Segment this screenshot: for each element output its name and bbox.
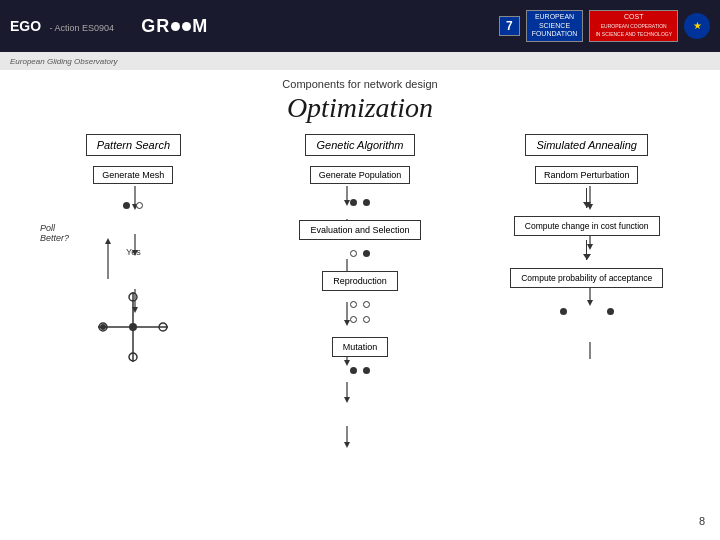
poll-label: Poll xyxy=(40,223,55,233)
compute-probability-box: Compute probability of acceptance xyxy=(510,268,663,288)
page-subtitle: Components for network design xyxy=(20,78,700,90)
pattern-search-label: Pattern Search xyxy=(86,134,181,156)
dot-empty xyxy=(136,202,143,209)
header-bar: EGO - Action ES0904 GR M 7 EUROPEANSCIEN… xyxy=(0,0,720,52)
dot-left xyxy=(560,308,567,315)
col-pattern-search: Pattern Search Generate Mesh Poll Better… xyxy=(20,134,247,524)
col2-dots-4 xyxy=(350,367,370,374)
dot-empty xyxy=(363,301,370,308)
reproduction-box: Reproduction xyxy=(322,271,398,291)
generate-population-box: Generate Population xyxy=(310,166,411,184)
yes-label: Yes xyxy=(126,247,141,257)
ego-logo: EGO - Action ES0904 xyxy=(10,17,114,35)
page-title: Optimization xyxy=(20,92,700,124)
sub-header-text: European Gliding Observatory xyxy=(10,57,118,66)
dot xyxy=(123,202,130,209)
cross-svg xyxy=(93,287,173,367)
mutation-box: Mutation xyxy=(332,337,389,357)
svg-point-36 xyxy=(100,324,106,330)
columns-container: Pattern Search Generate Mesh Poll Better… xyxy=(20,134,700,524)
evaluation-selection-box: Evaluation and Selection xyxy=(299,220,420,240)
dot-empty xyxy=(350,250,357,257)
page-number: 8 xyxy=(699,515,705,527)
generate-mesh-box: Generate Mesh xyxy=(93,166,173,184)
col2-dots-1 xyxy=(350,199,370,206)
svg-point-31 xyxy=(129,323,137,331)
dot xyxy=(350,367,357,374)
sub-header: European Gliding Observatory xyxy=(0,52,720,70)
logo-7: 7 xyxy=(499,16,520,36)
logo-esf: EUROPEANSCIENCEFOUNDATION xyxy=(526,10,584,41)
col2-dots-3 xyxy=(350,301,370,308)
dot xyxy=(350,199,357,206)
col2-dots-3b xyxy=(350,316,370,323)
col-genetic-algorithm: Genetic Algorithm Generate Population Ev… xyxy=(247,134,474,524)
col3-dots-bottom xyxy=(560,308,614,315)
compute-change-box: Compute change in cost function xyxy=(514,216,660,236)
col1-dots-1 xyxy=(123,202,143,209)
main-content: Components for network design Optimizati… xyxy=(0,70,720,532)
dot-right xyxy=(607,308,614,315)
dot xyxy=(363,250,370,257)
logo-eu: ★ xyxy=(684,13,710,39)
better-label: Better? xyxy=(40,233,69,243)
dot xyxy=(363,199,370,206)
logo-cost: COSTEUROPEAN COOPERATIONIN SCIENCE AND T… xyxy=(589,10,678,41)
cross-pattern xyxy=(93,287,173,367)
groom-logo: GR M xyxy=(141,16,208,37)
simulated-annealing-label: Simulated Annealing xyxy=(525,134,648,156)
col-simulated-annealing: Simulated Annealing Random Perturbation … xyxy=(473,134,700,524)
dot-empty xyxy=(350,301,357,308)
arrow-indicator-2 xyxy=(586,240,587,260)
dot-empty xyxy=(363,316,370,323)
genetic-algorithm-label: Genetic Algorithm xyxy=(305,134,414,156)
arrow-indicator xyxy=(586,188,587,208)
header-logos-right: 7 EUROPEANSCIENCEFOUNDATION COSTEUROPEAN… xyxy=(499,10,710,41)
dot xyxy=(363,367,370,374)
col2-dots-2 xyxy=(350,250,370,257)
dot-empty xyxy=(350,316,357,323)
random-perturbation-box: Random Perturbation xyxy=(535,166,639,184)
